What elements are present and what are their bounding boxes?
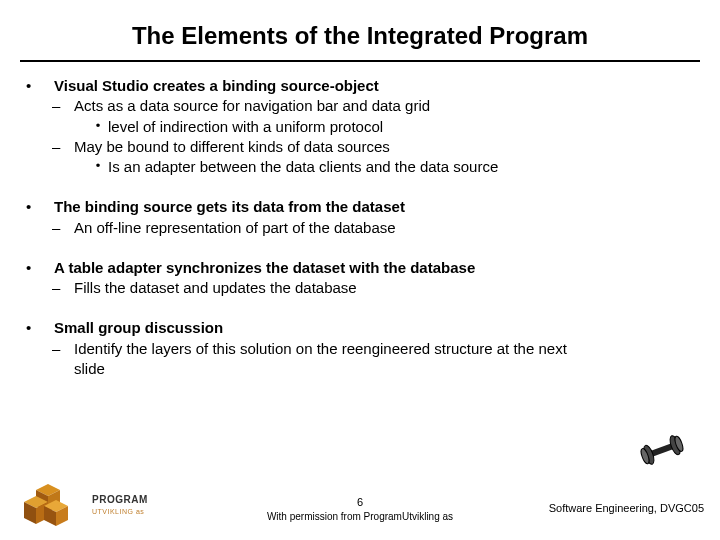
bullet-1-2-text: May be bound to different kinds of data … [74, 137, 390, 157]
bullet-3-1-text: Fills the dataset and updates the databa… [74, 278, 357, 298]
sub-dot-icon: • [88, 157, 108, 177]
slide-title: The Elements of the Integrated Program [0, 0, 720, 60]
course-label: Software Engineering, DVGC05 [549, 502, 704, 514]
dash-icon: – [52, 96, 74, 116]
dumbbell-icon [634, 432, 690, 468]
page-number: 6 [357, 496, 363, 508]
bullet-2-1-text: An off-line representation of part of th… [74, 218, 396, 238]
dash-icon: – [52, 339, 74, 380]
slide: The Elements of the Integrated Program •… [0, 0, 720, 540]
dash-icon: – [52, 137, 74, 157]
slide-footer: PROGRAM UTVIKLING as 6 With permission f… [0, 472, 720, 532]
cube-logo-icon [22, 484, 70, 530]
bullet-1-text: Visual Studio creates a binding source-o… [54, 76, 379, 96]
bullet-3: • A table adapter synchronizes the datas… [22, 258, 698, 299]
bullet-1-2-1-text: Is an adapter between the data clients a… [108, 157, 498, 177]
sub-dot-icon: • [88, 117, 108, 137]
permission-text: With permission from ProgramUtvikling as [267, 511, 453, 522]
dash-icon: – [52, 278, 74, 298]
logo-text-1: PROGRAM [92, 494, 148, 505]
bullet-dot-icon: • [22, 76, 54, 96]
bullet-4: • Small group discussion – Identify the … [22, 318, 698, 379]
slide-content: • Visual Studio creates a binding source… [0, 62, 720, 379]
bullet-dot-icon: • [22, 318, 54, 338]
bullet-4-1-text: Identify the layers of this solution on … [74, 339, 594, 380]
bullet-2: • The binding source gets its data from … [22, 197, 698, 238]
bullet-2-text: The binding source gets its data from th… [54, 197, 405, 217]
bullet-3-text: A table adapter synchronizes the dataset… [54, 258, 475, 278]
logo-text-2: UTVIKLING as [92, 508, 144, 515]
dash-icon: – [52, 218, 74, 238]
bullet-1-1-1-text: level of indirection with a uniform prot… [108, 117, 383, 137]
bullet-dot-icon: • [22, 197, 54, 217]
program-utvikling-logo: PROGRAM UTVIKLING as [92, 494, 148, 516]
bullet-dot-icon: • [22, 258, 54, 278]
bullet-4-text: Small group discussion [54, 318, 223, 338]
bullet-1-1-text: Acts as a data source for navigation bar… [74, 96, 430, 116]
bullet-1: • Visual Studio creates a binding source… [22, 76, 698, 177]
